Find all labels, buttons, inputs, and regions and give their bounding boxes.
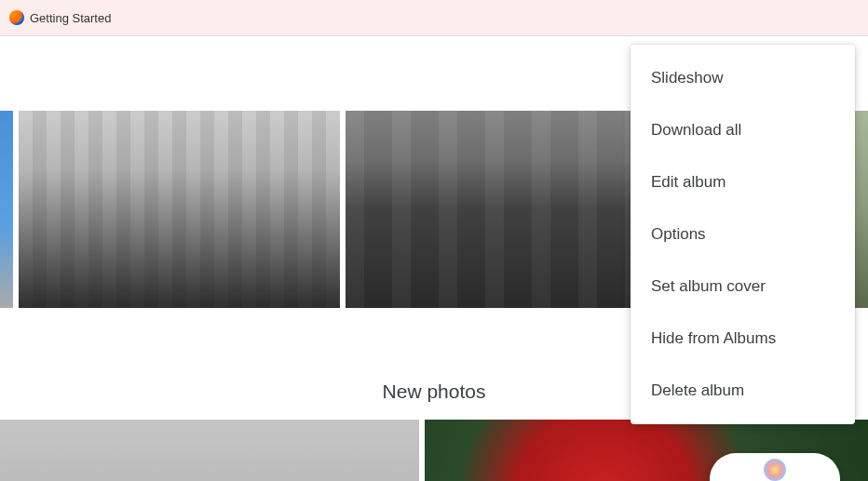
- menu-hide-from-albums[interactable]: Hide from Albums: [631, 313, 855, 365]
- menu-slideshow[interactable]: Slideshow: [631, 52, 855, 104]
- menu-delete-album[interactable]: Delete album: [631, 365, 855, 417]
- menu-options[interactable]: Options: [631, 208, 855, 261]
- assistant-icon: [764, 459, 786, 481]
- photo-thumbnail[interactable]: [0, 420, 419, 481]
- photo-thumbnail[interactable]: [19, 111, 340, 308]
- assistant-fab[interactable]: [710, 453, 840, 481]
- menu-set-cover[interactable]: Set album cover: [631, 261, 855, 313]
- content-area: New photos Slideshow Download all Edit a…: [0, 36, 868, 481]
- bookmark-label: Getting Started: [30, 11, 111, 25]
- album-options-menu: Slideshow Download all Edit album Option…: [631, 45, 855, 424]
- bookmark-getting-started[interactable]: Getting Started: [4, 7, 116, 29]
- bookmark-bar: Getting Started: [0, 0, 868, 36]
- photo-thumbnail[interactable]: [0, 111, 13, 308]
- menu-edit-album[interactable]: Edit album: [631, 156, 855, 208]
- firefox-icon: [9, 10, 24, 25]
- menu-download-all[interactable]: Download all: [631, 104, 855, 156]
